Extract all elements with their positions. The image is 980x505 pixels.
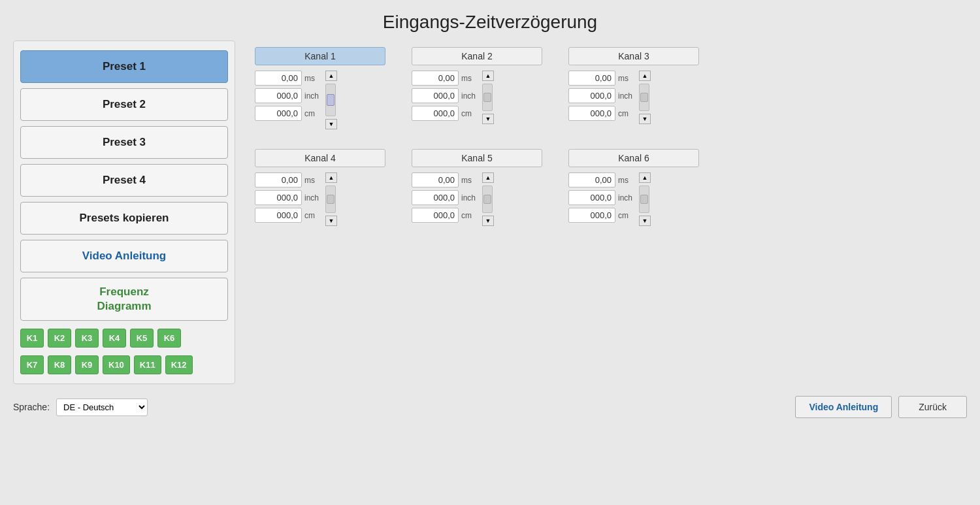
kanal2-inch-input[interactable] (412, 88, 459, 103)
kanal1-inch-input[interactable] (255, 88, 302, 103)
kanal2-header[interactable]: Kanal 2 (412, 47, 542, 65)
kanal1-spin-up[interactable]: ▲ (325, 71, 337, 81)
kanal1-header[interactable]: Kanal 1 (255, 47, 385, 65)
left-panel: Preset 1 Preset 2 Preset 3 Preset 4 Pres… (13, 41, 235, 384)
kanal6-ms-input[interactable] (568, 172, 615, 187)
kanal3-spin-down[interactable]: ▼ (639, 114, 651, 124)
kanal4-inch-unit: inch (304, 193, 321, 203)
kanal4-ms-row: ms (255, 172, 321, 187)
kanal3-ms-row: ms (568, 71, 635, 86)
kanal5-ms-unit: ms (461, 176, 478, 185)
kanal2-spin-up[interactable]: ▲ (482, 71, 494, 81)
kanal1-inch-unit: inch (304, 91, 321, 101)
kanal3-values: ms inch cm (568, 71, 635, 121)
language-select[interactable]: DE - Deutsch EN - English FR - Français … (56, 399, 148, 416)
video-anleitung-button[interactable]: Video Anleitung (20, 240, 228, 272)
kanal5-spin-down[interactable]: ▼ (482, 216, 494, 226)
kanal5-spin-up[interactable]: ▲ (482, 172, 494, 183)
kanal4-spin-up[interactable]: ▲ (325, 172, 337, 183)
k10-button[interactable]: K10 (103, 355, 130, 374)
kanal6-header[interactable]: Kanal 6 (568, 149, 699, 167)
k9-button[interactable]: K9 (75, 355, 99, 374)
kanal1-block: Kanal 1 ms inch cm (255, 47, 385, 129)
kanal3-ms-input[interactable] (568, 71, 615, 86)
k3-button[interactable]: K3 (75, 329, 99, 348)
k11-button[interactable]: K11 (134, 355, 161, 374)
k2-button[interactable]: K2 (48, 329, 71, 348)
kanal3-spin-up[interactable]: ▲ (639, 71, 651, 81)
kanal4-header[interactable]: Kanal 4 (255, 149, 385, 167)
kanal3-cm-row: cm (568, 106, 635, 121)
kanal5-cm-unit: cm (461, 211, 478, 220)
kanal2-spin-down[interactable]: ▼ (482, 114, 494, 124)
kanal3-inch-row: inch (568, 88, 635, 103)
frequenz-diagramm-button[interactable]: Frequenz Diagramm (20, 278, 228, 321)
bottom-back-button[interactable]: Zurück (898, 396, 967, 418)
k8-button[interactable]: K8 (48, 355, 71, 374)
kanal5-spinner: ▲ ▼ (482, 172, 494, 226)
preset4-button[interactable]: Preset 4 (20, 164, 228, 197)
kanal6-ms-row: ms (568, 172, 635, 187)
kanal4-ms-input[interactable] (255, 172, 302, 187)
kanal2-scrollbar[interactable] (482, 84, 493, 111)
kanal1-ms-input[interactable] (255, 71, 302, 86)
kanal4-cm-input[interactable] (255, 208, 302, 223)
kanal5-inch-row: inch (412, 190, 478, 205)
kanal2-cm-row: cm (412, 106, 478, 121)
channels-row-2: Kanal 4 ms inch cm (255, 149, 954, 226)
k5-button[interactable]: K5 (130, 329, 154, 348)
kanal1-values: ms inch cm (255, 71, 321, 121)
page-title: Eingangs-Zeitverzögerung (0, 0, 980, 41)
kanal1-spin-down[interactable]: ▼ (325, 119, 337, 129)
kanal6-cm-input[interactable] (568, 208, 615, 223)
channels-area: Kanal 1 ms inch cm (242, 41, 967, 384)
bottom-bar: Sprache: DE - Deutsch EN - English FR - … (0, 389, 980, 425)
kanal5-scrollbar[interactable] (482, 186, 493, 213)
kanal6-values: ms inch cm (568, 172, 635, 223)
kanal2-cm-unit: cm (461, 109, 478, 118)
kanal2-ms-input[interactable] (412, 71, 459, 86)
kanal3-cm-input[interactable] (568, 106, 615, 121)
kanal4-spinner: ▲ ▼ (325, 172, 337, 226)
kanal5-ms-input[interactable] (412, 172, 459, 187)
kanal5-inputs: ms inch cm ▲ (412, 172, 542, 226)
kanal3-header[interactable]: Kanal 3 (568, 47, 699, 65)
kanal4-inch-row: inch (255, 190, 321, 205)
k7-button[interactable]: K7 (20, 355, 44, 374)
kanal3-scrollbar-thumb (640, 93, 648, 102)
kanal4-spin-down[interactable]: ▼ (325, 216, 337, 226)
kanal6-inch-input[interactable] (568, 190, 615, 205)
preset1-button[interactable]: Preset 1 (20, 50, 228, 83)
kanal1-cm-input[interactable] (255, 106, 302, 121)
k1-button[interactable]: K1 (20, 329, 44, 348)
kanal4-block: Kanal 4 ms inch cm (255, 149, 385, 226)
kanal6-spinner: ▲ ▼ (639, 172, 651, 226)
kanal6-spin-down[interactable]: ▼ (639, 216, 651, 226)
k12-button[interactable]: K12 (165, 355, 193, 374)
kanal4-values: ms inch cm (255, 172, 321, 223)
kanal3-inputs: ms inch cm ▲ (568, 71, 699, 124)
k6-button[interactable]: K6 (157, 329, 181, 348)
kanal2-ms-unit: ms (461, 74, 478, 83)
preset3-button[interactable]: Preset 3 (20, 126, 228, 159)
kanal6-scrollbar[interactable] (639, 186, 649, 213)
kanal3-inch-input[interactable] (568, 88, 615, 103)
kanal5-cm-input[interactable] (412, 208, 459, 223)
preset2-button[interactable]: Preset 2 (20, 88, 228, 121)
kanal5-header[interactable]: Kanal 5 (412, 149, 542, 167)
kanal5-cm-row: cm (412, 208, 478, 223)
kanal1-scrollbar[interactable] (325, 84, 336, 116)
kanal6-inch-row: inch (568, 190, 635, 205)
kanal1-ms-unit: ms (304, 74, 321, 83)
kanal2-cm-input[interactable] (412, 106, 459, 121)
k4-button[interactable]: K4 (103, 329, 126, 348)
kanal2-inch-row: inch (412, 88, 478, 103)
kanal5-inch-input[interactable] (412, 190, 459, 205)
kanal3-scrollbar[interactable] (639, 84, 649, 111)
kanal6-spin-up[interactable]: ▲ (639, 172, 651, 183)
presets-copy-button[interactable]: Presets kopieren (20, 202, 228, 235)
language-label: Sprache: (13, 402, 50, 412)
bottom-video-button[interactable]: Video Anleitung (795, 396, 892, 418)
kanal4-inch-input[interactable] (255, 190, 302, 205)
kanal4-scrollbar[interactable] (325, 186, 336, 213)
